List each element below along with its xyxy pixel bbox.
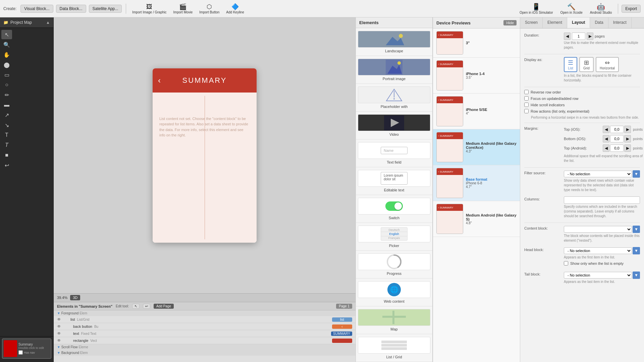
tab-element[interactable]: Element xyxy=(543,17,567,28)
picker-item[interactable]: Deutsch English Français Picker xyxy=(356,223,432,251)
device-row-android-medium[interactable]: ‹ SUMMARY Medium Android (like Galaxy Co… xyxy=(433,129,520,165)
project-map-header[interactable]: 📁 Project Map ▲ xyxy=(0,17,53,28)
visual-block-btn[interactable]: Visual Block... xyxy=(20,5,53,13)
device-row-iphone68[interactable]: ‹ SUMMARY Base format iPhone 6-8 4.7" xyxy=(433,165,520,201)
zoom-tool[interactable]: 🔍 xyxy=(1,40,12,49)
android-studio-btn[interactable]: 🤖 Android Studio xyxy=(587,2,615,15)
duration-input[interactable] xyxy=(572,33,585,40)
import-button-btn[interactable]: ⬡ Import Button xyxy=(197,2,221,15)
tab-layout[interactable]: Layout xyxy=(567,17,590,28)
top-ios-decrement[interactable]: ◀ xyxy=(603,126,609,133)
satellite-app-btn[interactable]: Satellite App... xyxy=(89,5,122,13)
device-row-android-s[interactable]: ‹ SUMMARY Medium Android (like Galaxy S)… xyxy=(433,201,520,237)
text-field-item[interactable]: Name Text field xyxy=(356,139,432,167)
display-mode-horizontal[interactable]: ⇔ Horizontal xyxy=(596,57,619,72)
text-elem-row[interactable]: 👁 text Fixed Text SUMMARY xyxy=(54,330,356,337)
rect2-tool[interactable]: ▬ xyxy=(1,100,12,110)
duration-decrement[interactable]: ◀ xyxy=(564,33,571,40)
phone-back-btn[interactable]: ‹ xyxy=(158,76,161,85)
back-button-row[interactable]: 👁 back button Bu ‹ xyxy=(54,323,356,330)
open-ios-btn[interactable]: 📱 Open in iOS Simulator xyxy=(517,2,556,15)
text2-tool[interactable]: T xyxy=(1,140,12,150)
columns-input[interactable] xyxy=(564,196,640,204)
device-row-iphone5[interactable]: ‹ SUMMARY iPhone 5/SE 4" xyxy=(433,94,520,129)
display-mode-grid[interactable]: ⊞ Grid xyxy=(579,57,594,72)
open-xcode-btn[interactable]: 🔨 Open in Xcode xyxy=(558,2,585,15)
top-ios-increment[interactable]: ▶ xyxy=(624,126,631,133)
tab-data[interactable]: Data xyxy=(590,17,608,28)
content-block-select[interactable] xyxy=(564,226,632,233)
foreground-type: Elem xyxy=(79,311,87,315)
switch-item[interactable]: Switch xyxy=(356,195,432,223)
pen-tool[interactable]: ⬤ xyxy=(1,60,12,69)
top-ios-input[interactable] xyxy=(610,126,624,133)
landscape-item[interactable]: Landscape xyxy=(356,28,432,56)
device-row-3in[interactable]: ‹ SUMMARY 3" xyxy=(433,28,520,58)
rect-eye-icon[interactable]: 👁 xyxy=(57,338,61,343)
duration-increment[interactable]: ▶ xyxy=(587,33,593,40)
progress-item[interactable]: Progress xyxy=(356,251,432,279)
hand-tool[interactable]: ✋ xyxy=(1,50,12,59)
top-ios-row: Top (iOS): ◀ ▶ points xyxy=(564,126,643,133)
row-actions-checkbox[interactable] xyxy=(524,109,529,113)
oval-tool[interactable]: ○ xyxy=(1,80,12,89)
list-elem-row[interactable]: 👁 list List/Grid list xyxy=(54,316,356,323)
text-eye-icon[interactable]: 👁 xyxy=(57,331,61,336)
list-grid-item[interactable]: List / Grid xyxy=(356,334,432,362)
cursor-tool-btn[interactable]: ↖ xyxy=(132,304,140,309)
import-movie-btn[interactable]: 🎬 Import Movie xyxy=(171,2,195,15)
connect-tool[interactable]: ↩ xyxy=(1,161,12,170)
pointer2-tool[interactable]: ↗ xyxy=(1,110,12,120)
show-when-empty-checkbox[interactable] xyxy=(564,261,568,265)
hide-scroll-checkbox[interactable] xyxy=(524,103,529,107)
focus-updated-checkbox[interactable] xyxy=(524,96,529,101)
editable-text-item[interactable]: Lorem ipsum dolor sit Editable text xyxy=(356,167,432,195)
reverse-row-checkbox[interactable] xyxy=(524,90,529,94)
select-tool[interactable]: ↖ xyxy=(1,30,12,39)
head-block-arrow[interactable]: ▼ xyxy=(633,247,640,254)
tab-interact[interactable]: Interact xyxy=(608,17,632,28)
import-image-btn[interactable]: 🖼 Import Image / Graphic xyxy=(130,3,168,15)
data-block-btn[interactable]: Data Block... xyxy=(56,5,86,13)
add-keyline-btn[interactable]: 🔷 Add Keyline xyxy=(224,2,246,15)
tail-block-select[interactable]: - No selection xyxy=(564,272,632,279)
content-block-arrow[interactable]: ▼ xyxy=(633,226,640,233)
rect-tool[interactable]: ▭ xyxy=(1,70,12,79)
switch-preview xyxy=(358,198,430,215)
web-content-item[interactable]: 🌐 Web content xyxy=(356,279,432,306)
video-item[interactable]: Video xyxy=(356,112,432,139)
export-btn[interactable]: Export xyxy=(622,5,641,13)
head-block-select[interactable]: - No selection xyxy=(564,247,632,254)
top-android-increment[interactable]: ▶ xyxy=(624,144,631,152)
tail-block-arrow[interactable]: ▼ xyxy=(633,272,640,279)
device-row-iphone14[interactable]: ‹ SUMMARY iPhone 1-4 3.5" xyxy=(433,58,520,94)
top-android-decrement[interactable]: ◀ xyxy=(603,144,609,152)
import-image-icon: 🖼 xyxy=(146,3,152,10)
bottom-ios-input[interactable] xyxy=(610,135,624,142)
tab-screen[interactable]: Screen xyxy=(520,17,543,28)
screen-thumb-item[interactable]: Summary Double-click to edit Has nav xyxy=(2,339,51,359)
bottom-ios-decrement[interactable]: ◀ xyxy=(603,135,609,142)
top-android-input[interactable] xyxy=(610,144,624,152)
pointer3-tool[interactable]: ↘ xyxy=(1,120,12,130)
pencil-tool[interactable]: ✏ xyxy=(1,90,12,100)
page-btn[interactable]: Page 1 xyxy=(336,304,352,309)
text-tool[interactable]: T xyxy=(1,130,12,140)
canvas-main[interactable]: ‹ SUMMARY List content not set. Choose t… xyxy=(54,17,356,293)
portrait-image-item[interactable]: Portrait image xyxy=(356,56,432,84)
display-mode-list[interactable]: ☰ List xyxy=(564,57,577,72)
view-3d-btn[interactable]: 3D xyxy=(70,295,80,300)
back-eye-icon[interactable]: 👁 xyxy=(57,324,61,329)
black-square[interactable]: ■ xyxy=(1,150,12,160)
placeholder-item[interactable]: Placeholder with xyxy=(356,84,432,112)
map-item[interactable]: Map xyxy=(356,306,432,334)
add-page-btn[interactable]: Add Page xyxy=(154,304,174,309)
has-nav-checkbox[interactable] xyxy=(18,350,23,355)
filter-source-select[interactable]: - No selection xyxy=(564,171,632,177)
filter-source-arrow[interactable]: ▼ xyxy=(633,170,640,178)
rectangle-elem-row[interactable]: 👁 rectangle Vect xyxy=(54,337,356,344)
connect-tool-btn[interactable]: ↩ xyxy=(143,304,150,309)
hide-btn[interactable]: Hide xyxy=(503,20,517,25)
list-eye-icon[interactable]: 👁 xyxy=(57,317,61,322)
bottom-ios-increment[interactable]: ▶ xyxy=(624,135,631,142)
